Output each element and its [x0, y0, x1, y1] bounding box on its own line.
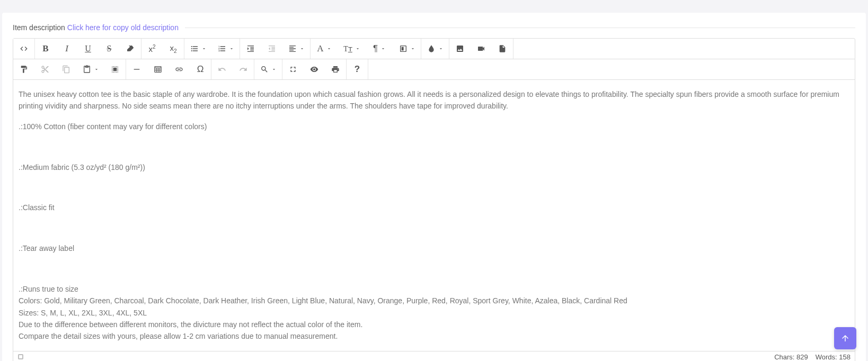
- editor-footer: Chars: 829 Words: 158: [13, 351, 855, 361]
- underline-button[interactable]: U: [77, 39, 99, 59]
- table-button[interactable]: [147, 59, 169, 79]
- symbol-button[interactable]: Ω: [190, 59, 211, 79]
- content-note-2: Compare the detail sizes with yours, ple…: [19, 330, 849, 342]
- line-height-button[interactable]: [393, 39, 421, 59]
- italic-button[interactable]: I: [56, 39, 77, 59]
- horizontal-rule-button[interactable]: [126, 59, 147, 79]
- copy-button: [56, 59, 77, 79]
- eraser-button[interactable]: [120, 39, 141, 59]
- copy-old-description-link[interactable]: Click here for copy old description: [67, 23, 179, 32]
- editor-content-area[interactable]: The unisex heavy cotton tee is the basic…: [13, 80, 855, 351]
- preview-button[interactable]: [304, 59, 325, 79]
- font-size-button[interactable]: Tᴛ: [338, 39, 366, 59]
- print-button[interactable]: [325, 59, 346, 79]
- content-bullet-4: .:Tear away label: [19, 242, 849, 254]
- outdent-button: [261, 39, 282, 59]
- source-code-button[interactable]: [13, 39, 34, 59]
- file-button[interactable]: [492, 39, 513, 59]
- unordered-list-button[interactable]: [184, 39, 212, 59]
- fullscreen-button[interactable]: [282, 59, 304, 79]
- content-bullet-1: .:100% Cotton (fiber content may vary fo…: [19, 121, 849, 132]
- cut-button: [34, 59, 56, 79]
- ordered-list-button[interactable]: [212, 39, 240, 59]
- rich-text-editor: B I U S x2 x2: [13, 38, 855, 361]
- paragraph-format-button[interactable]: ¶: [366, 39, 393, 59]
- content-sizes: Sizes: S, M, L, XL, 2XL, 3XL, 4XL, 5XL: [19, 307, 849, 319]
- content-note-1: Due to the difference between different …: [19, 319, 849, 330]
- video-button[interactable]: [471, 39, 492, 59]
- superscript-button[interactable]: x2: [141, 39, 163, 59]
- image-button[interactable]: [449, 39, 471, 59]
- resize-handle-icon[interactable]: [17, 354, 24, 360]
- content-bullet-3: .:Classic fit: [19, 202, 849, 213]
- font-family-button[interactable]: A: [311, 39, 338, 59]
- scroll-to-top-button[interactable]: [834, 327, 856, 349]
- legend-divider: [185, 28, 855, 28]
- undo-button: [211, 59, 233, 79]
- color-button[interactable]: [421, 39, 449, 59]
- paste-button[interactable]: [77, 59, 104, 79]
- indent-button[interactable]: [240, 39, 261, 59]
- help-button[interactable]: ?: [347, 59, 368, 79]
- svg-rect-0: [401, 47, 403, 51]
- editor-card: Item description Click here for copy old…: [2, 13, 866, 361]
- content-bullet-5: .:Runs true to size: [19, 283, 849, 295]
- link-button[interactable]: [169, 59, 190, 79]
- copy-format-button[interactable]: [13, 59, 34, 79]
- svg-rect-1: [134, 69, 140, 69]
- bold-button[interactable]: B: [35, 39, 56, 59]
- editor-toolbar-row-2: Ω ?: [13, 59, 855, 80]
- align-button[interactable]: [282, 39, 310, 59]
- word-count: Words: 158: [816, 353, 851, 361]
- section-legend: Item description Click here for copy old…: [13, 23, 855, 32]
- select-all-button[interactable]: [104, 59, 126, 79]
- content-colors: Colors: Gold, Military Green, Charcoal, …: [19, 295, 849, 306]
- char-count: Chars: 829: [774, 353, 808, 361]
- find-button[interactable]: [254, 59, 282, 79]
- redo-button: [233, 59, 254, 79]
- editor-toolbar-row-1: B I U S x2 x2: [13, 39, 855, 59]
- section-label: Item description: [13, 23, 65, 32]
- subscript-button[interactable]: x2: [163, 39, 184, 59]
- content-intro: The unisex heavy cotton tee is the basic…: [19, 88, 849, 112]
- strikethrough-button[interactable]: S: [99, 39, 120, 59]
- content-bullet-2: .:Medium fabric (5.3 oz/yd² (180 g/m²)): [19, 161, 849, 173]
